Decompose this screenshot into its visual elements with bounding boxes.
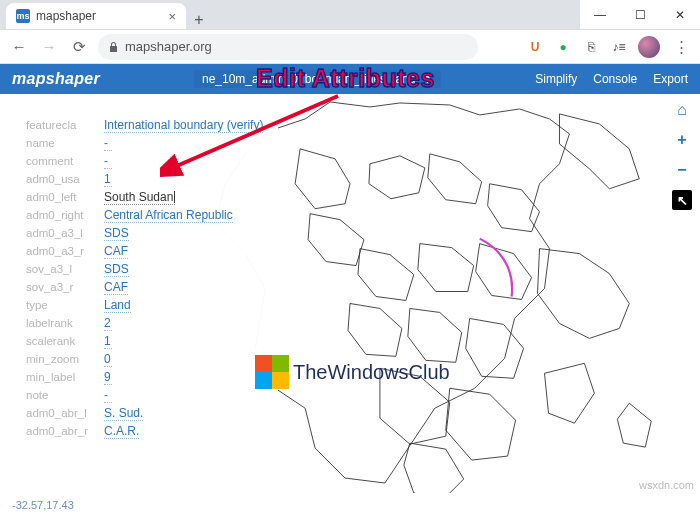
- attr-key: comment: [26, 155, 104, 167]
- attr-row: adm0_leftSouth Sudan: [26, 188, 268, 206]
- attr-row: adm0_abr_lS. Sud.: [26, 404, 268, 422]
- attr-key: adm0_usa: [26, 173, 104, 185]
- attr-row: sov_a3_rCAF: [26, 278, 268, 296]
- attr-key: adm0_right: [26, 209, 104, 221]
- attribution-text: wsxdn.com: [639, 479, 694, 491]
- layer-selector[interactable]: ne_10m_admin_0_boundary_lines_land ▼: [194, 70, 441, 88]
- export-link[interactable]: Export: [653, 72, 688, 86]
- attr-key: adm0_a3_r: [26, 245, 104, 257]
- browser-menu-button[interactable]: ⋮: [670, 38, 692, 56]
- ext-music-icon[interactable]: ♪≡: [610, 38, 628, 56]
- attr-key: type: [26, 299, 104, 311]
- attr-value[interactable]: Land: [104, 298, 131, 313]
- browser-tab-active[interactable]: ms mapshaper ×: [6, 3, 186, 29]
- layer-name-text: ne_10m_admin_0_boundary_lines_land: [202, 72, 416, 86]
- attr-key: adm0_abr_l: [26, 407, 104, 419]
- tab-title: mapshaper: [36, 9, 96, 23]
- attr-key: note: [26, 389, 104, 401]
- new-tab-button[interactable]: +: [186, 11, 212, 29]
- attr-key: min_zoom: [26, 353, 104, 365]
- simplify-link[interactable]: Simplify: [535, 72, 577, 86]
- attr-value[interactable]: CAF: [104, 244, 128, 259]
- attr-row: comment-: [26, 152, 268, 170]
- coordinate-readout: -32.57,17.43: [12, 499, 74, 511]
- attr-value[interactable]: 0: [104, 352, 112, 367]
- attr-key: scalerank: [26, 335, 104, 347]
- forward-button[interactable]: →: [38, 38, 60, 55]
- attr-key: adm0_a3_l: [26, 227, 104, 239]
- attr-value[interactable]: 2: [104, 316, 112, 331]
- attr-value[interactable]: S. Sud.: [104, 406, 143, 421]
- chevron-down-icon: ▼: [421, 72, 433, 86]
- attr-value[interactable]: -: [104, 388, 112, 403]
- ext-green-icon[interactable]: ●: [554, 38, 572, 56]
- ext-ublock-icon[interactable]: U: [526, 38, 544, 56]
- attr-row: name-: [26, 134, 268, 152]
- attr-key: featurecla: [26, 119, 104, 131]
- attr-value[interactable]: -: [104, 154, 112, 169]
- close-tab-icon[interactable]: ×: [168, 9, 176, 24]
- attr-value[interactable]: CAF: [104, 280, 128, 295]
- attr-row: note-: [26, 386, 268, 404]
- attr-value[interactable]: SDS: [104, 226, 129, 241]
- attr-value[interactable]: SDS: [104, 262, 129, 277]
- url-text: mapshaper.org: [125, 39, 212, 54]
- app-logo: mapshaper: [12, 70, 100, 88]
- attr-value[interactable]: 1: [104, 172, 112, 187]
- window-controls: — ☐ ✕: [580, 0, 700, 29]
- avatar[interactable]: [638, 36, 660, 58]
- attr-key: sov_a3_r: [26, 281, 104, 293]
- attr-row: labelrank2: [26, 314, 268, 332]
- attr-key: adm0_left: [26, 191, 104, 203]
- back-button[interactable]: ←: [8, 38, 30, 55]
- attr-row: featureclaInternational boundary (verify…: [26, 116, 268, 134]
- lock-icon: [108, 41, 119, 53]
- attr-value[interactable]: South Sudan: [104, 190, 175, 205]
- extension-row: U ● ⎘ ♪≡ ⋮: [526, 36, 692, 58]
- reload-button[interactable]: ⟳: [68, 38, 90, 56]
- attr-row: adm0_a3_lSDS: [26, 224, 268, 242]
- tab-strip: ms mapshaper × +: [0, 0, 580, 29]
- attr-key: labelrank: [26, 317, 104, 329]
- attr-key: adm0_abr_r: [26, 425, 104, 437]
- attr-row: typeLand: [26, 296, 268, 314]
- app-header: mapshaper ne_10m_admin_0_boundary_lines_…: [0, 64, 700, 94]
- attr-value[interactable]: C.A.R.: [104, 424, 139, 439]
- attr-row: adm0_abr_rC.A.R.: [26, 422, 268, 440]
- close-window-button[interactable]: ✕: [660, 0, 700, 29]
- console-link[interactable]: Console: [593, 72, 637, 86]
- attr-value[interactable]: 1: [104, 334, 112, 349]
- selected-feature[interactable]: [480, 239, 512, 297]
- browser-titlebar: ms mapshaper × + — ☐ ✕: [0, 0, 700, 30]
- address-bar[interactable]: mapshaper.org: [98, 34, 478, 60]
- zoom-in-button[interactable]: +: [672, 130, 692, 150]
- attr-key: sov_a3_l: [26, 263, 104, 275]
- attr-key: min_label: [26, 371, 104, 383]
- maximize-button[interactable]: ☐: [620, 0, 660, 29]
- attr-row: adm0_rightCentral African Republic: [26, 206, 268, 224]
- header-links: Simplify Console Export: [535, 72, 688, 86]
- pointer-tool-button[interactable]: ↖: [672, 190, 692, 210]
- attribute-panel: featureclaInternational boundary (verify…: [16, 110, 278, 450]
- attr-row: min_zoom0: [26, 350, 268, 368]
- home-extent-button[interactable]: ⌂: [672, 100, 692, 120]
- attr-row: sov_a3_lSDS: [26, 260, 268, 278]
- map-tools: ⌂ + − ↖: [672, 100, 692, 210]
- browser-toolbar: ← → ⟳ mapshaper.org U ● ⎘ ♪≡ ⋮: [0, 30, 700, 64]
- attr-value[interactable]: 9: [104, 370, 112, 385]
- zoom-out-button[interactable]: −: [672, 160, 692, 180]
- minimize-button[interactable]: —: [580, 0, 620, 29]
- attr-row: adm0_usa1: [26, 170, 268, 188]
- attr-row: adm0_a3_rCAF: [26, 242, 268, 260]
- ext-clip-icon[interactable]: ⎘: [582, 38, 600, 56]
- attr-value[interactable]: Central African Republic: [104, 208, 233, 223]
- attr-row: scalerank1: [26, 332, 268, 350]
- attr-value[interactable]: International boundary (verify): [104, 118, 263, 133]
- favicon: ms: [16, 9, 30, 23]
- attr-row: min_label9: [26, 368, 268, 386]
- attr-key: name: [26, 137, 104, 149]
- attr-value[interactable]: -: [104, 136, 112, 151]
